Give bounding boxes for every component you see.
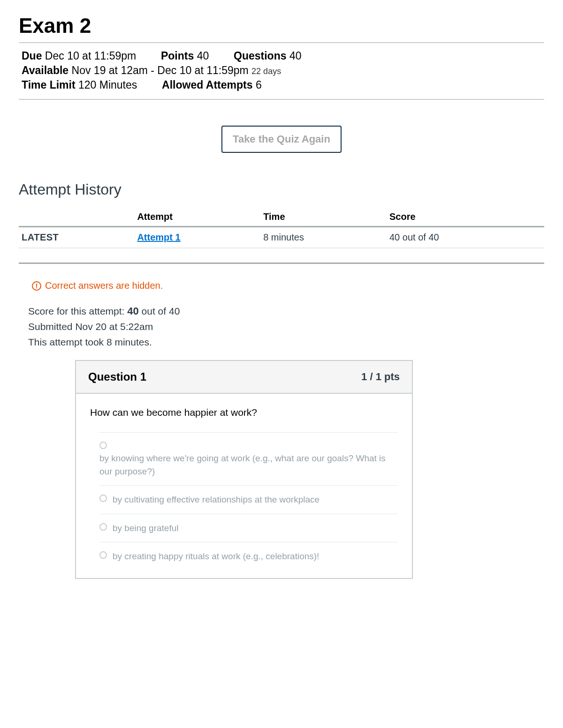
points-value: 40 [197, 50, 209, 62]
answer-text: by being grateful [113, 522, 179, 535]
question-header: Question 1 1 / 1 pts [76, 361, 412, 394]
allowed-value: 6 [256, 79, 262, 91]
attempt-history-table: Attempt Time Score LATEST Attempt 1 8 mi… [19, 208, 544, 248]
allowed-label: Allowed Attempts [162, 79, 252, 91]
answer-text: by cultivating effective relationships a… [113, 493, 320, 506]
score-line-prefix: Score for this attempt: [28, 306, 127, 316]
radio-icon [99, 442, 107, 449]
answer-text: by creating happy rituals at work (e.g.,… [113, 550, 319, 563]
question-points: 1 / 1 pts [361, 371, 400, 383]
question-card: Question 1 1 / 1 pts How can we become h… [75, 360, 413, 579]
answer-option: by creating happy rituals at work (e.g.,… [99, 542, 398, 570]
due-label: Due [22, 50, 42, 62]
col-attempt: Attempt [134, 208, 260, 227]
available-days: 22 days [251, 67, 281, 76]
submitted-line: Submitted Nov 20 at 5:22am [28, 319, 544, 335]
questions-label: Questions [234, 50, 286, 62]
radio-icon [99, 551, 107, 559]
attempt-link[interactable]: Attempt 1 [137, 232, 180, 242]
duration-line: This attempt took 8 minutes. [28, 335, 544, 350]
points-label: Points [161, 50, 194, 62]
time-limit-label: Time Limit [22, 79, 76, 91]
col-score: Score [387, 208, 544, 227]
hidden-answers-notice: ! Correct answers are hidden. [32, 280, 544, 291]
attempt-summary: Score for this attempt: 40 out of 40 Sub… [28, 303, 544, 350]
time-limit-value: 120 Minutes [78, 79, 137, 91]
latest-badge: LATEST [19, 227, 134, 248]
divider [19, 263, 544, 264]
col-time: Time [260, 208, 387, 227]
due-value: Dec 10 at 11:59pm [45, 50, 136, 62]
col-blank [19, 208, 134, 227]
attempt-history-heading: Attempt History [19, 181, 544, 198]
quiz-meta: Due Dec 10 at 11:59pm Points 40 Question… [19, 42, 544, 100]
available-value: Nov 19 at 12am - Dec 10 at 11:59pm [72, 64, 249, 76]
answer-option: by knowing where we're going at work (e.… [99, 432, 398, 485]
table-row: LATEST Attempt 1 8 minutes 40 out of 40 [19, 227, 544, 248]
hidden-answers-text: Correct answers are hidden. [45, 280, 163, 291]
answer-text: by knowing where we're going at work (e.… [99, 452, 398, 478]
radio-icon [99, 495, 107, 502]
score-line-suffix: out of 40 [139, 306, 180, 316]
answer-option: by cultivating effective relationships a… [99, 485, 398, 514]
attempt-score: 40 out of 40 [387, 227, 544, 248]
score-line-score: 40 [127, 305, 138, 317]
questions-value: 40 [289, 50, 302, 62]
available-label: Available [22, 64, 68, 76]
question-title: Question 1 [88, 370, 146, 383]
radio-icon [99, 523, 107, 531]
question-prompt: How can we become happier at work? [90, 407, 398, 418]
answer-option: by being grateful [99, 514, 398, 542]
page-title: Exam 2 [19, 14, 544, 38]
attempt-time: 8 minutes [260, 227, 387, 248]
warning-icon: ! [32, 281, 41, 291]
answers-list: by knowing where we're going at work (e.… [99, 432, 398, 570]
take-quiz-again-button[interactable]: Take the Quiz Again [221, 126, 342, 153]
